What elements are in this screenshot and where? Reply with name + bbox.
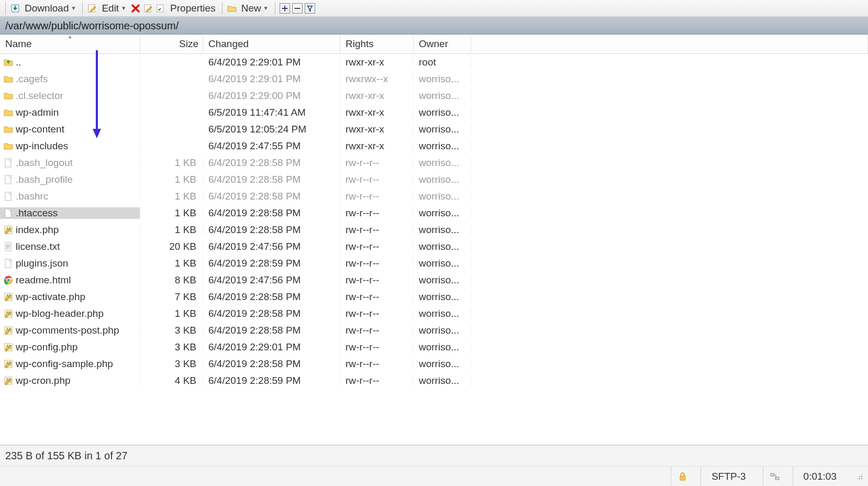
file-name-label: wp-admin [16, 107, 59, 118]
file-name-label: wp-config.php [16, 341, 77, 353]
file-name-cell[interactable]: wp-config-sample.php [0, 358, 140, 370]
file-owner-cell: worriso... [414, 241, 471, 252]
file-name-cell[interactable]: .bashrc [0, 191, 140, 202]
file-row[interactable]: wp-admin6/5/2019 11:47:41 AMrwxr-xr-xwor… [0, 104, 868, 121]
file-row[interactable]: .cl.selector6/4/2019 2:29:00 PMrwxr-xr-x… [0, 87, 868, 104]
file-row[interactable]: wp-includes6/4/2019 2:47:55 PMrwxr-xr-xw… [0, 138, 868, 154]
file-row[interactable]: wp-activate.php7 KB6/4/2019 2:28:58 PMrw… [0, 289, 868, 305]
file-name-cell[interactable]: .htaccess [0, 207, 140, 219]
new-folder-icon[interactable] [227, 3, 237, 14]
path-text: /var/www/public/worrisome-opossum/ [5, 20, 179, 32]
file-name-cell[interactable]: readme.html [0, 274, 140, 286]
file-list[interactable]: Name ▴ Size Changed Rights Owner ..6/4/2… [0, 35, 868, 445]
new-button[interactable]: New ▼ [239, 2, 271, 15]
file-row[interactable]: index.php1 KB6/4/2019 2:28:58 PMrw-r--r-… [0, 222, 868, 238]
file-name-cell[interactable]: wp-activate.php [0, 291, 140, 303]
file-rights-cell: rwxrwx--x [340, 73, 414, 85]
download-button[interactable]: Download ▼ [23, 2, 78, 15]
file-name-cell[interactable]: wp-admin [0, 107, 140, 118]
file-row[interactable]: wp-config.php3 KB6/4/2019 2:29:01 PMrw-r… [0, 339, 868, 356]
file-changed-cell: 6/4/2019 2:29:01 PM [203, 73, 340, 85]
file-name-cell[interactable]: wp-blog-header.php [0, 308, 140, 319]
file-rights-cell: rw-r--r-- [340, 241, 414, 252]
file-name-cell[interactable]: wp-content [0, 124, 140, 135]
path-bar[interactable]: /var/www/public/worrisome-opossum/ [0, 17, 868, 35]
file-name-cell[interactable]: .bash_profile [0, 174, 140, 185]
file-rights-cell: rw-r--r-- [340, 274, 414, 286]
encryption-indicator[interactable] [671, 467, 694, 486]
filter-icon[interactable] [305, 3, 315, 14]
file-name-label: wp-cron.php [16, 375, 71, 386]
protocol-indicator[interactable]: SFTP-3 [700, 467, 756, 486]
file-row[interactable]: .cagefs6/4/2019 2:29:01 PMrwxrwx--xworri… [0, 71, 868, 87]
caret-down-icon: ▼ [71, 5, 76, 11]
col-name-header[interactable]: Name ▴ [0, 35, 140, 53]
properties-button[interactable]: Properties [168, 2, 218, 15]
resize-grip-icon[interactable] [855, 472, 864, 481]
file-row[interactable]: .bash_profile1 KB6/4/2019 2:28:58 PMrw-r… [0, 171, 868, 188]
file-name-cell[interactable]: .. [0, 57, 140, 68]
plus-icon[interactable] [280, 3, 290, 14]
php-icon [3, 375, 14, 386]
col-changed-header[interactable]: Changed [203, 35, 340, 53]
file-rights-cell: rw-r--r-- [340, 157, 414, 169]
properties-label: Properties [170, 3, 216, 14]
file-row[interactable]: wp-blog-header.php1 KB6/4/2019 2:28:58 P… [0, 305, 868, 322]
file-row[interactable]: wp-config-sample.php3 KB6/4/2019 2:28:58… [0, 356, 868, 372]
file-rows: ..6/4/2019 2:29:01 PMrwxr-xr-xroot.cagef… [0, 54, 868, 389]
file-changed-cell: 6/4/2019 2:28:58 PM [203, 174, 340, 185]
php-icon [3, 292, 14, 302]
file-owner-cell: worriso... [414, 73, 471, 85]
file-changed-cell: 6/4/2019 2:28:58 PM [203, 191, 340, 202]
file-name-cell[interactable]: plugins.json [0, 258, 140, 269]
file-row[interactable]: wp-comments-post.php3 KB6/4/2019 2:28:58… [0, 322, 868, 339]
column-headers: Name ▴ Size Changed Rights Owner [0, 35, 868, 54]
file-name-label: license.txt [16, 241, 60, 252]
file-size-cell: 1 KB [140, 207, 203, 219]
file-owner-cell: worriso... [414, 308, 471, 319]
file-owner-cell: worriso... [414, 207, 471, 219]
file-name-label: .cl.selector [16, 90, 63, 102]
file-row[interactable]: plugins.json1 KB6/4/2019 2:28:59 PMrw-r-… [0, 255, 868, 272]
rename-icon[interactable] [143, 3, 153, 14]
properties-icon[interactable] [155, 3, 166, 14]
file-name-cell[interactable]: wp-comments-post.php [0, 325, 140, 336]
edit-button[interactable]: Edit ▼ [99, 2, 128, 15]
file-row[interactable]: readme.html8 KB6/4/2019 2:47:56 PMrw-r--… [0, 272, 868, 289]
file-row[interactable]: ..6/4/2019 2:29:01 PMrwxr-xr-xroot [0, 54, 868, 71]
download-icon[interactable] [10, 3, 20, 14]
file-name-label: wp-includes [16, 140, 68, 152]
elapsed-indicator: 0:01:03 [793, 467, 847, 486]
edit-icon[interactable] [87, 3, 97, 14]
file-name-cell[interactable]: wp-config.php [0, 341, 140, 353]
col-size-header[interactable]: Size [140, 35, 203, 53]
file-name-label: wp-activate.php [16, 291, 85, 303]
file-name-label: .bash_logout [16, 157, 73, 169]
file-name-cell[interactable]: .bash_logout [0, 157, 140, 169]
new-label: New [241, 3, 261, 14]
file-rights-cell: rw-r--r-- [340, 358, 414, 370]
file-row[interactable]: license.txt20 KB6/4/2019 2:47:56 PMrw-r-… [0, 238, 868, 255]
file-changed-cell: 6/5/2019 11:47:41 AM [203, 107, 340, 118]
file-name-cell[interactable]: wp-cron.php [0, 375, 140, 386]
file-rights-cell: rw-r--r-- [340, 341, 414, 353]
file-size-cell: 1 KB [140, 157, 203, 169]
file-row[interactable]: wp-cron.php4 KB6/4/2019 2:28:59 PMrw-r--… [0, 372, 868, 389]
file-row[interactable]: .htaccess1 KB6/4/2019 2:28:58 PMrw-r--r-… [0, 205, 868, 222]
file-name-cell[interactable]: .cagefs [0, 73, 140, 85]
file-row[interactable]: .bashrc1 KB6/4/2019 2:28:58 PMrw-r--r--w… [0, 188, 868, 205]
col-rights-header[interactable]: Rights [340, 35, 414, 53]
file-name-cell[interactable]: index.php [0, 224, 140, 236]
file-row[interactable]: wp-content6/5/2019 12:05:24 PMrwxr-xr-xw… [0, 121, 868, 138]
delete-icon[interactable] [130, 3, 141, 14]
file-name-label: wp-blog-header.php [16, 308, 104, 319]
file-name-cell[interactable]: .cl.selector [0, 90, 140, 102]
minus-icon[interactable] [292, 3, 303, 14]
file-row[interactable]: .bash_logout1 KB6/4/2019 2:28:58 PMrw-r-… [0, 154, 868, 171]
file-rights-cell: rwxr-xr-x [340, 107, 414, 118]
file-name-cell[interactable]: license.txt [0, 241, 140, 252]
col-owner-header[interactable]: Owner [414, 35, 471, 53]
connection-indicator[interactable] [763, 467, 786, 486]
file-name-cell[interactable]: wp-includes [0, 140, 140, 152]
file-owner-cell: worriso... [414, 174, 471, 185]
